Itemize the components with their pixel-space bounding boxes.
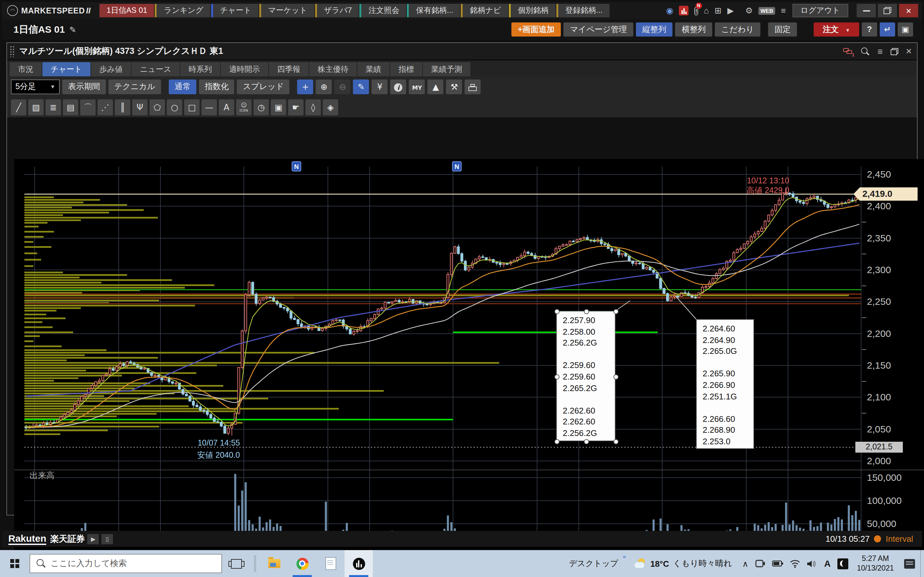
top-tab-3[interactable]: マーケット: [259, 4, 314, 17]
fan-line-button[interactable]: ⋰: [97, 99, 113, 115]
info-button[interactable]: i: [391, 79, 407, 94]
play-icon[interactable]: ▶: [87, 534, 99, 544]
pulse-icon[interactable]: ◉: [666, 6, 674, 15]
ime-letter[interactable]: A: [821, 558, 835, 569]
add-window-icon[interactable]: ⊞: [714, 6, 722, 15]
link-button[interactable]: ↵: [880, 23, 895, 37]
top-tab-5[interactable]: 注文照会: [360, 4, 407, 17]
panel-icon[interactable]: ▯: [102, 534, 113, 544]
show-desktop-button[interactable]: [920, 550, 924, 577]
pitchfork-button[interactable]: Ψ: [132, 99, 148, 115]
duplicate-window-icon[interactable]: [890, 48, 898, 55]
top-tab-2[interactable]: チャート: [211, 4, 258, 17]
help-button[interactable]: ?: [862, 23, 877, 37]
window-title-bar[interactable]: マルチツール(個別銘柄) 4373 シンプレクスＨＤ 東1 1 ≡ ×: [7, 43, 917, 60]
top-tab-6[interactable]: 保有銘柄...: [407, 4, 460, 17]
horizontal-align-button[interactable]: 横整列: [675, 23, 712, 37]
crosshair-button[interactable]: +: [297, 79, 313, 94]
eraser-all-button[interactable]: ◈: [323, 99, 338, 115]
selection-handle[interactable]: [584, 439, 589, 444]
draw-button[interactable]: ✎: [353, 79, 369, 94]
pin-button[interactable]: 固定: [768, 23, 797, 37]
wrench-button[interactable]: ⚒: [446, 79, 462, 94]
restore-button[interactable]: [878, 4, 897, 17]
zoom-out-button[interactable]: ⊖: [334, 79, 351, 94]
popout-button[interactable]: ▣: [898, 23, 913, 37]
print-button[interactable]: [465, 79, 481, 94]
window-tab-5[interactable]: 適時開示: [221, 62, 268, 76]
pentagon-button[interactable]: ⬠: [150, 99, 165, 115]
chevron-expand-icon[interactable]: »: [623, 553, 626, 559]
window-tab-8[interactable]: 業績: [357, 62, 389, 76]
marketspeed-icon[interactable]: [679, 6, 689, 15]
chevron-up-icon[interactable]: ∧: [738, 559, 752, 568]
top-tab-4[interactable]: ザラバ7: [315, 4, 359, 17]
add-screen-button[interactable]: +画面追加: [511, 23, 561, 37]
zoom-in-button[interactable]: ⊕: [316, 79, 332, 94]
yen-button[interactable]: ¥: [372, 79, 388, 94]
selection-handle[interactable]: [614, 374, 619, 379]
wifi-icon[interactable]: [787, 559, 804, 568]
home-icon[interactable]: ⌂: [704, 6, 709, 15]
start-button[interactable]: [0, 550, 29, 577]
parallel-line-button[interactable]: ▨: [28, 99, 44, 115]
web-icon[interactable]: WEB: [758, 5, 775, 16]
timeframe-select[interactable]: 5分足 ▼: [11, 79, 60, 94]
close-button[interactable]: ×: [899, 4, 918, 17]
time-cycle-button[interactable]: ◷: [254, 99, 269, 115]
eraser-button[interactable]: ◊: [305, 99, 321, 115]
taskbar-clock[interactable]: 5:27 AM 10/13/2021: [852, 554, 899, 573]
window-tab-6[interactable]: 四季報: [269, 62, 309, 76]
technical-button[interactable]: テクニカル: [108, 79, 161, 94]
edit-pencil-icon[interactable]: ✎: [69, 25, 76, 34]
window-tab-2[interactable]: 歩み値: [91, 62, 131, 76]
vertical-align-button[interactable]: 縦整列: [636, 23, 673, 37]
weather-widget[interactable]: 18°C くもり時々晴れ: [627, 558, 738, 569]
normal-button[interactable]: 通常: [169, 79, 196, 94]
kodawari-button[interactable]: こだわり: [715, 23, 760, 37]
selection-handle[interactable]: [614, 439, 619, 444]
chrome-button[interactable]: [288, 550, 317, 577]
volume-icon[interactable]: [804, 559, 821, 568]
notepad-button[interactable]: [317, 550, 344, 577]
window-tab-9[interactable]: 指標: [390, 62, 422, 76]
top-tab-1[interactable]: ランキング: [155, 4, 210, 17]
spread-button[interactable]: スプレッド: [237, 79, 290, 94]
hlines3-button[interactable]: ≣: [45, 99, 61, 115]
copy-draw-button[interactable]: ▣: [271, 99, 286, 115]
area-chart-button[interactable]: ▲: [428, 79, 444, 94]
search-input[interactable]: ここに入力して検索: [29, 554, 222, 573]
window-tab-7[interactable]: 株主優待: [309, 62, 357, 76]
selection-handle[interactable]: [614, 309, 619, 314]
order-button[interactable]: 注文▼: [814, 23, 859, 37]
task-view-button[interactable]: [222, 550, 250, 577]
window-tab-10[interactable]: 業績予測: [423, 62, 470, 76]
rect-button[interactable]: □: [184, 99, 200, 115]
drag-handle-icon[interactable]: [10, 45, 15, 57]
selection-handle[interactable]: [554, 309, 559, 314]
chart-area[interactable]: 09:0011:0013:0009:0011:0013:0009:0011:00…: [14, 159, 924, 558]
top-tab-9[interactable]: 登録銘柄...: [556, 4, 610, 17]
search-icon[interactable]: [861, 47, 870, 55]
window-tab-1[interactable]: チャート: [42, 62, 90, 76]
menu-icon[interactable]: ≡: [877, 46, 883, 56]
selection-handle[interactable]: [554, 439, 559, 444]
top-tab-7[interactable]: 銘柄ナビ: [461, 4, 508, 17]
vlines-button[interactable]: ║: [115, 99, 130, 115]
window-tab-4[interactable]: 時系列: [180, 62, 220, 76]
top-tab-8[interactable]: 個別銘柄: [509, 4, 556, 17]
desktop-toolbar[interactable]: » デスクトップ: [560, 558, 628, 569]
window-tab-3[interactable]: ニュース: [132, 62, 180, 76]
selection-handle[interactable]: [554, 374, 559, 379]
chart-tooltip-2[interactable]: 2.264.602.264.902.265.0G2.265.902.266.90…: [696, 319, 754, 449]
camera-icon[interactable]: [752, 559, 769, 568]
icon-stamp-button[interactable]: ☺ICON: [236, 99, 252, 115]
chart-tooltip-1[interactable]: 2.257.902.258.002.256.2G2.259.602.259.60…: [556, 311, 615, 441]
display-period-button[interactable]: 表示期間: [62, 79, 106, 94]
hline-button[interactable]: —: [202, 99, 217, 115]
battery-icon[interactable]: [769, 560, 787, 567]
alert-icon[interactable]: !N: [695, 6, 698, 15]
gear-icon[interactable]: ⚙: [745, 6, 753, 15]
link-number-icon[interactable]: 1: [843, 47, 854, 55]
close-window-icon[interactable]: ×: [906, 45, 912, 57]
